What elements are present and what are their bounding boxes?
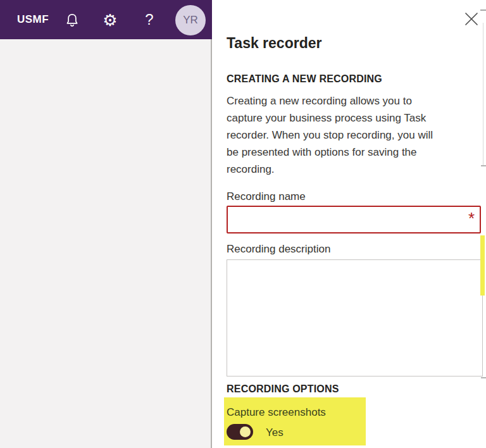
avatar[interactable]: YR bbox=[175, 5, 206, 35]
toggle-knob-icon bbox=[240, 426, 251, 437]
recording-name-input[interactable] bbox=[227, 206, 481, 233]
close-button[interactable] bbox=[464, 11, 479, 27]
bell-icon bbox=[64, 20, 80, 30]
recording-description-textarea[interactable] bbox=[227, 259, 483, 376]
help-button[interactable]: ? bbox=[143, 9, 156, 30]
intro-paragraph: Creating a new recording allows you to c… bbox=[227, 92, 480, 178]
intro-line: Creating a new recording allows you to bbox=[227, 92, 480, 109]
edge-artifact-line bbox=[480, 9, 486, 11]
recording-name-label: Recording name bbox=[227, 190, 306, 203]
top-nav-bar: USMF ⚙ ? YR bbox=[0, 0, 212, 39]
intro-line: recorder. When you stop recording, you w… bbox=[227, 127, 480, 144]
gear-icon: ⚙ bbox=[103, 11, 117, 30]
help-icon: ? bbox=[145, 11, 153, 28]
app-background bbox=[0, 39, 211, 448]
page-title: Task recorder bbox=[227, 35, 321, 52]
settings-button[interactable]: ⚙ bbox=[101, 11, 119, 29]
recording-description-label: Recording description bbox=[227, 243, 330, 256]
intro-line: recording. bbox=[227, 161, 480, 178]
panel-left-border bbox=[211, 0, 212, 448]
close-icon bbox=[464, 18, 479, 28]
company-picker[interactable]: USMF bbox=[17, 0, 49, 39]
capture-screenshots-value: Yes bbox=[266, 426, 284, 439]
edge-artifact-line bbox=[483, 23, 483, 166]
capture-screenshots-toggle[interactable] bbox=[227, 424, 253, 440]
capture-screenshots-label: Capture screenshots bbox=[227, 406, 326, 419]
edge-artifact-line bbox=[481, 377, 486, 378]
intro-line: capture your business process using Task bbox=[227, 109, 480, 127]
tutorial-highlight-sliver bbox=[480, 235, 485, 296]
intro-line: be presented with options for saving the bbox=[227, 144, 480, 161]
notifications-button[interactable] bbox=[64, 12, 80, 28]
section-heading-options: RECORDING OPTIONS bbox=[227, 383, 339, 395]
avatar-initials: YR bbox=[183, 14, 198, 27]
edge-artifact-line bbox=[481, 165, 486, 166]
required-asterisk-icon: * bbox=[468, 210, 475, 227]
section-heading-creating: CREATING A NEW RECORDING bbox=[227, 73, 382, 85]
